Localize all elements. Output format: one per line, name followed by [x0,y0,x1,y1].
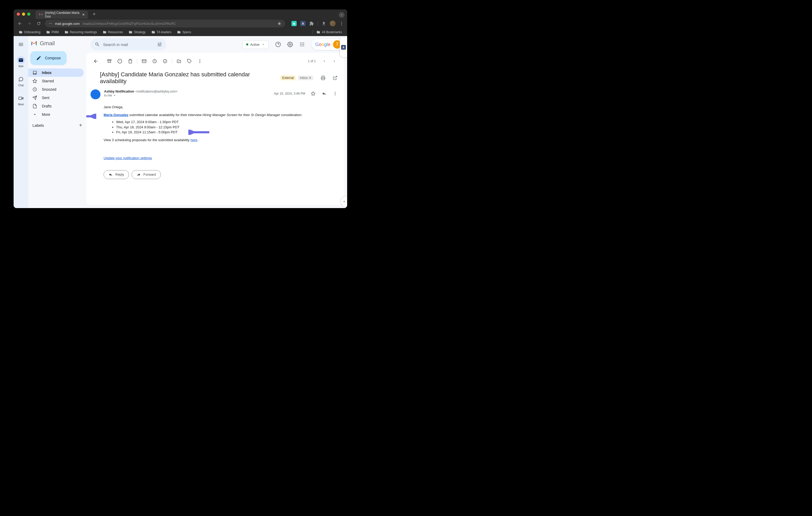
star-message-button[interactable] [309,89,318,98]
notification-settings-link[interactable]: Update your notification settings [104,155,152,161]
status-dot-icon [246,43,248,45]
nav-starred[interactable]: Starred [28,77,84,85]
chevron-down-icon [262,43,265,46]
move-to-button[interactable] [174,56,184,66]
extension-icon-1[interactable]: ◈ [291,21,297,26]
close-window-button[interactable] [17,12,20,16]
bookmark-recurring[interactable]: Recurring meetings [62,29,99,35]
external-badge: External [281,75,296,80]
archive-button[interactable] [104,56,115,66]
open-in-new-button[interactable] [330,73,340,83]
rail-chat[interactable]: Chat [17,73,25,88]
rail-meet[interactable]: Meet [17,93,25,108]
add-label-button[interactable]: + [79,122,82,128]
gmail-favicon [39,12,43,17]
snooze-button[interactable] [149,56,160,66]
browser-tab[interactable]: [Ashby] Candidate Maria Gon ✕ [36,10,88,19]
svg-point-12 [300,44,301,45]
report-spam-button[interactable] [115,56,125,66]
apps-button[interactable] [297,39,308,50]
search-input[interactable]: Search in mail [90,38,166,51]
status-selector[interactable]: Active [242,40,269,49]
nav-inbox[interactable]: Inbox [28,68,84,77]
nav-more[interactable]: More [28,110,84,119]
availability-list: Wed, Apr 17, 2024 9:00am - 1:30pm PDT Th… [116,119,340,135]
tune-icon[interactable] [157,42,162,47]
compose-button[interactable]: Compose [30,51,66,65]
next-message-button[interactable] [329,56,340,66]
labels-header: Labels + [28,119,86,132]
side-extension-overlay[interactable]: A [340,38,347,57]
forward-button[interactable] [26,20,32,27]
labels-button[interactable] [184,56,195,66]
app-rail: Mail Chat Meet [13,36,28,208]
extension-icon-2[interactable]: A [300,21,306,26]
reply-button[interactable]: Reply [104,170,129,179]
bookmark-onboarding[interactable]: Onboarding [17,29,42,35]
account-button[interactable]: Google T [312,39,343,50]
bookmark-resources[interactable]: Resources [101,29,125,35]
svg-point-11 [303,42,304,43]
recipient-dropdown[interactable]: to me [104,94,270,97]
email-body: Jane Ortega, Maria Gonzalez submitted ca… [86,99,344,165]
profile-button[interactable] [330,21,336,26]
apps-grid-icon [299,42,305,47]
rail-mail[interactable]: Mail [17,54,25,69]
nav-sent[interactable]: Sent [28,94,84,102]
nav-drafts[interactable]: Drafts [28,102,84,110]
extensions-icon[interactable] [309,21,314,26]
reply-actions: Reply Forward [86,165,344,183]
inbox-label-chip[interactable]: Inbox ✕ [298,75,313,80]
toolbar-icons: ◈ A [291,21,344,26]
bookmark-specs[interactable]: Specs [175,29,193,35]
meet-icon [18,96,24,101]
add-to-tasks-button[interactable] [160,56,170,66]
mark-unread-button[interactable] [139,56,149,66]
delete-button[interactable] [125,56,136,66]
forward-icon [137,173,141,177]
print-button[interactable] [318,73,328,83]
prev-message-button[interactable] [319,56,329,66]
main-area: Search in mail Active Google T [86,36,347,208]
address-bar[interactable]: mail.google.com/mail/u/2/#inbox/FMfcgzGx… [45,20,285,27]
window-controls [17,12,30,16]
tabs-dropdown-button[interactable] [339,12,345,18]
close-tab-icon[interactable]: ✕ [82,13,85,17]
bookmark-star-icon[interactable] [277,22,282,26]
back-button[interactable] [17,20,23,27]
proposals-link[interactable]: here [191,138,197,142]
site-info-icon[interactable] [49,22,52,25]
reload-button[interactable] [36,20,42,27]
availability-slot: Fri, Apr 19, 2024 11:15am - 5:00pm PDT [116,130,340,135]
svg-point-26 [335,92,336,93]
downloads-icon[interactable] [321,21,326,26]
forward-button[interactable]: Forward [132,170,161,179]
candidate-link[interactable]: Maria Gonzalez [104,113,128,117]
tab-bar: [Ashby] Candidate Maria Gon ✕ + [13,9,347,19]
document-icon [32,104,37,109]
sender-name: Ashby Notification [104,89,134,93]
more-actions-button[interactable] [195,56,205,66]
maximize-window-button[interactable] [27,12,30,16]
all-bookmarks-button[interactable]: All Bookmarks [314,29,344,35]
main-menu-button[interactable] [15,39,27,50]
bookmark-strategy[interactable]: Strategy [126,29,148,35]
nav-snoozed[interactable]: Snoozed [28,85,84,94]
bookmark-pmm[interactable]: PMM [44,29,61,35]
minimize-window-button[interactable] [22,12,25,16]
support-button[interactable] [273,39,283,50]
remove-label-icon[interactable]: ✕ [309,76,311,80]
menu-kebab-icon[interactable] [339,21,344,26]
new-tab-button[interactable]: + [90,11,98,17]
svg-point-10 [301,42,302,43]
reply-icon-button[interactable] [319,89,329,98]
bookmark-ta-leaders[interactable]: TA leaders [149,29,173,35]
message-more-button[interactable] [330,89,340,98]
chat-icon [18,77,24,82]
interview-name: Hiring Manager Screen [202,113,237,117]
gmail-logo[interactable]: Gmail [28,38,86,51]
settings-button[interactable] [285,39,295,50]
extension-badge-icon: A [341,45,346,50]
back-to-inbox-button[interactable] [90,56,101,66]
svg-point-23 [200,61,200,62]
